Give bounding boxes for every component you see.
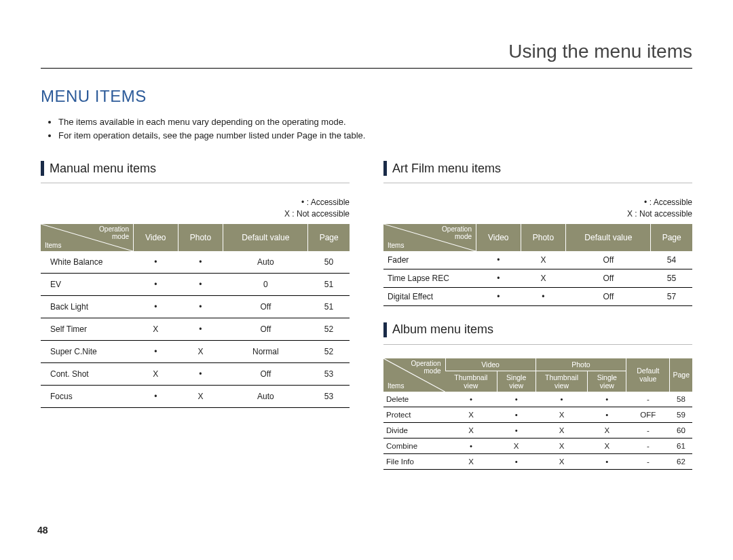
cell-item: Digital Effect — [383, 287, 476, 305]
cell-video: • — [134, 251, 178, 274]
table-row: Combine•XXX-61 — [383, 438, 692, 453]
album-table: Operation mode Items Video Photo Default… — [383, 358, 692, 470]
section-heading: MENU ITEMS — [41, 87, 692, 106]
cell-default: Auto — [223, 385, 308, 407]
table-row: EV • • 0 51 — [41, 273, 350, 295]
th-default: Default value — [626, 358, 670, 392]
main-section: MENU ITEMS The items available in each m… — [41, 87, 692, 470]
cell-video: • — [134, 295, 178, 318]
page-number: 48 — [37, 525, 48, 536]
cell-item: Self Timer — [41, 318, 134, 340]
cell-item: Focus — [41, 385, 134, 407]
cell-photo: X — [178, 385, 223, 407]
cell-photo: • — [178, 273, 223, 295]
cell-page: 52 — [308, 340, 350, 362]
cell-default: Off — [223, 362, 308, 385]
cell-item: Protect — [383, 407, 445, 422]
subhead-bar — [383, 322, 387, 337]
cell-item: Super C.Nite — [41, 340, 134, 362]
right-column: Art Film menu items • : Accessible X : N… — [383, 161, 692, 470]
cell-item: Fader — [383, 251, 476, 269]
th-photo: Photo — [178, 224, 223, 251]
table-row: Fader • X Off 54 — [383, 251, 692, 269]
th-page: Page — [308, 224, 350, 251]
cell-default: Off — [223, 318, 308, 340]
table-row: DivideX•XX-60 — [383, 422, 692, 438]
intro-bullets: The items available in each menu vary de… — [48, 115, 692, 142]
cell-page: 50 — [308, 251, 350, 274]
th-default: Default value — [223, 224, 308, 251]
cell-default: Normal — [223, 340, 308, 362]
table-row: Digital Effect • • Off 57 — [383, 287, 692, 305]
cell-item: Back Light — [41, 295, 134, 318]
th-video: Video — [134, 224, 178, 251]
cell-photo: X — [178, 340, 223, 362]
header-rule — [41, 68, 692, 69]
legend-artfilm: • : Accessible X : Not accessible — [383, 197, 692, 220]
cell-default: 0 — [223, 273, 308, 295]
cell-item: Delete — [383, 392, 445, 407]
cell-page: 51 — [308, 273, 350, 295]
manual-column: Manual menu items • : Accessible X : Not… — [41, 161, 350, 470]
cell-page: 53 — [308, 385, 350, 407]
cell-item: EV — [41, 273, 134, 295]
cell-item: White Balance — [41, 251, 134, 274]
cell-default: Auto — [223, 251, 308, 274]
album-subhead: Album menu items — [392, 322, 493, 337]
cell-video: • — [134, 340, 178, 362]
table-row: File InfoX•X•-62 — [383, 453, 692, 469]
legend-manual: • : Accessible X : Not accessible — [41, 197, 350, 220]
table-row: ProtectX•X•OFF59 — [383, 407, 692, 422]
subhead-bar — [41, 161, 44, 176]
cell-page: 53 — [308, 362, 350, 385]
cell-item: Combine — [383, 438, 445, 453]
table-row: White Balance • • Auto 50 — [41, 251, 350, 274]
cell-video: X — [134, 318, 178, 340]
cell-item: File Info — [383, 453, 445, 469]
table-row: Self Timer X • Off 52 — [41, 318, 350, 340]
table-row: Cont. Shot X • Off 53 — [41, 362, 350, 385]
cell-video: X — [134, 362, 178, 385]
cell-item: Cont. Shot — [41, 362, 134, 385]
cell-video: • — [134, 273, 178, 295]
bullet-1: The items available in each menu vary de… — [58, 115, 692, 129]
cell-default: Off — [223, 295, 308, 318]
manual-page: Using the menu items MENU ITEMS The item… — [0, 0, 733, 560]
table-row: Delete••••-58 — [383, 392, 692, 407]
artfilm-subhead: Art Film menu items — [392, 162, 501, 176]
table-row: Back Light • • Off 51 — [41, 295, 350, 318]
th-video-group: Video — [445, 358, 535, 371]
artfilm-table: Operation mode Items Video Photo Default… — [383, 224, 692, 306]
table-row: Super C.Nite • X Normal 52 — [41, 340, 350, 362]
cell-photo: • — [178, 362, 223, 385]
corner-bottom: Items — [45, 242, 61, 249]
manual-subhead: Manual menu items — [50, 162, 156, 176]
cell-photo: • — [178, 295, 223, 318]
table-row: Time Lapse REC • X Off 55 — [383, 269, 692, 287]
table-row: Focus • X Auto 53 — [41, 385, 350, 407]
cell-photo: • — [178, 251, 223, 274]
page-header-title: Using the menu items — [495, 41, 692, 62]
cell-item: Time Lapse REC — [383, 269, 476, 287]
manual-table: Operation mode Items Video Photo Default… — [41, 224, 350, 408]
cell-page: 51 — [308, 295, 350, 318]
th-page: Page — [670, 358, 692, 392]
cell-item: Divide — [383, 422, 445, 438]
th-photo-group: Photo — [535, 358, 626, 371]
cell-page: 52 — [308, 318, 350, 340]
bullet-2: For item operation details, see the page… — [58, 129, 692, 143]
cell-video: • — [134, 385, 178, 407]
cell-photo: • — [178, 318, 223, 340]
corner-top: Operation mode — [99, 225, 129, 240]
subhead-bar — [383, 161, 387, 176]
